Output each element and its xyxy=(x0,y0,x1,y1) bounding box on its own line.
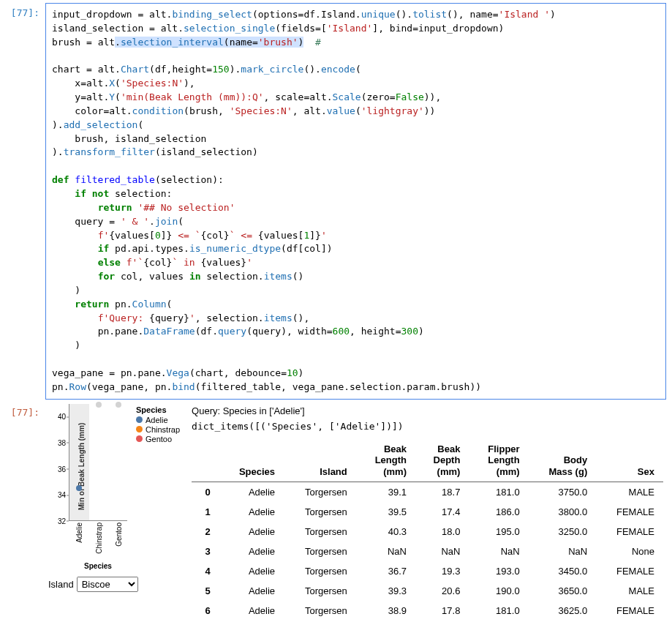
brush-selection[interactable] xyxy=(69,404,89,520)
column-header: BeakDepth(mm) xyxy=(415,439,469,482)
y-tick: 32 xyxy=(58,517,66,525)
column-header: Sex xyxy=(596,439,663,482)
table-cell: 181.0 xyxy=(469,601,528,621)
table-cell: Adelie xyxy=(219,522,284,542)
y-tick: 40 xyxy=(58,413,66,421)
table-cell: 39.5 xyxy=(356,502,415,522)
table-cell: 3 xyxy=(192,542,219,561)
table-cell: Torgersen xyxy=(284,601,356,621)
table-cell: Adelie xyxy=(219,482,284,503)
table-cell: FEMALE xyxy=(596,522,663,542)
table-cell: 18.7 xyxy=(415,482,469,503)
table-cell: 19.3 xyxy=(415,561,469,581)
table-cell: 195.0 xyxy=(469,522,528,542)
legend: Species AdelieChinstrapGentoo xyxy=(136,405,180,444)
table-cell: NaN xyxy=(356,542,415,561)
table-cell: 2 xyxy=(192,522,219,542)
table-cell: FEMALE xyxy=(596,502,663,522)
table-cell: Torgersen xyxy=(284,581,356,601)
island-selector: Island BiscoeDreamTorgersen xyxy=(48,577,180,592)
x-tick: Chinstrap xyxy=(95,522,103,554)
table-header-row: SpeciesIslandBeakLength(mm)BeakDepth(mm)… xyxy=(192,439,663,482)
x-tick: Adelie xyxy=(75,522,83,543)
table-cell: 190.0 xyxy=(469,581,528,601)
output-prompt: [77]: xyxy=(6,402,45,623)
table-cell: Adelie xyxy=(219,502,284,522)
mini-scatter-chart[interactable]: Min of Beak Length (mm) 3234363840 Adeli… xyxy=(48,404,129,572)
notebook: [77]: input_dropdown = alt.binding_selec… xyxy=(0,0,672,628)
table-cell: 1 xyxy=(192,502,219,522)
table-cell: 39.3 xyxy=(356,581,415,601)
table-cell: Adelie xyxy=(219,581,284,601)
table-cell: FEMALE xyxy=(596,561,663,581)
input-cell: [77]: input_dropdown = alt.binding_selec… xyxy=(6,3,666,400)
x-tick: Gentoo xyxy=(115,522,123,547)
legend-label: Gentoo xyxy=(146,435,172,443)
table-cell: NaN xyxy=(415,542,469,561)
table-cell: Torgersen xyxy=(284,502,356,522)
code-editor[interactable]: input_dropdown = alt.binding_select(opti… xyxy=(45,3,666,400)
table-cell: 6 xyxy=(192,601,219,621)
data-point[interactable] xyxy=(96,402,102,408)
legend-title: Species xyxy=(136,405,180,414)
result-column: Query: Species in ['Adelie'] dict_items(… xyxy=(192,404,663,621)
y-ticks: 3234363840 xyxy=(48,404,67,521)
legend-label: Chinstrap xyxy=(146,425,180,434)
column-header: Species xyxy=(219,439,284,482)
table-cell: 36.7 xyxy=(356,561,415,581)
column-header: BodyMass (g) xyxy=(529,439,597,482)
table-row: 4AdelieTorgersen36.719.3193.03450.0FEMAL… xyxy=(192,561,663,581)
legend-item[interactable]: Adelie xyxy=(136,416,180,424)
table-cell: 5 xyxy=(192,581,219,601)
legend-item[interactable]: Gentoo xyxy=(136,435,180,443)
y-tick: 38 xyxy=(58,438,66,446)
table-cell: MALE xyxy=(596,581,663,601)
table-cell: 193.0 xyxy=(469,561,528,581)
legend-swatch xyxy=(136,426,143,432)
table-cell: 0 xyxy=(192,482,219,503)
table-cell: 3650.0 xyxy=(529,581,597,601)
table-cell: 3750.0 xyxy=(529,482,597,503)
table-cell: Torgersen xyxy=(284,482,356,503)
table-cell: NaN xyxy=(529,542,597,561)
table-row: 2AdelieTorgersen40.318.0195.03250.0FEMAL… xyxy=(192,522,663,542)
y-tick: 34 xyxy=(58,491,66,499)
data-point[interactable] xyxy=(76,485,82,491)
table-cell: 3450.0 xyxy=(529,561,597,581)
y-tick: 36 xyxy=(58,465,66,473)
input-prompt: [77]: xyxy=(6,3,45,400)
table-cell: Torgersen xyxy=(284,561,356,581)
table-row: 1AdelieTorgersen39.517.4186.03800.0FEMAL… xyxy=(192,502,663,522)
chart-block: Min of Beak Length (mm) 3234363840 Adeli… xyxy=(48,404,180,592)
plot-area[interactable] xyxy=(69,404,127,521)
table-cell: MALE xyxy=(596,482,663,503)
table-row: 0AdelieTorgersen39.118.7181.03750.0MALE xyxy=(192,482,663,503)
table-row: 5AdelieTorgersen39.320.6190.03650.0MALE xyxy=(192,581,663,601)
table-cell: 20.6 xyxy=(415,581,469,601)
legend-label: Adelie xyxy=(146,416,168,424)
table-cell: Adelie xyxy=(219,601,284,621)
table-cell: 181.0 xyxy=(469,482,528,503)
table-cell: 38.9 xyxy=(356,601,415,621)
x-ticks: AdelieChinstrapGentoo xyxy=(69,522,127,559)
table-cell: 3800.0 xyxy=(529,502,597,522)
query-text: Query: Species in ['Adelie'] xyxy=(192,405,663,416)
column-header xyxy=(192,439,219,482)
table-cell: None xyxy=(596,542,663,561)
column-header: BeakLength(mm) xyxy=(356,439,415,482)
table-cell: FEMALE xyxy=(596,601,663,621)
table-cell: 3250.0 xyxy=(529,522,597,542)
legend-swatch xyxy=(136,416,143,423)
island-label: Island xyxy=(48,579,74,590)
island-select[interactable]: BiscoeDreamTorgersen xyxy=(77,577,138,592)
dataframe-table: SpeciesIslandBeakLength(mm)BeakDepth(mm)… xyxy=(192,439,663,621)
table-cell: Torgersen xyxy=(284,542,356,561)
column-header: Island xyxy=(284,439,356,482)
data-point[interactable] xyxy=(116,402,121,408)
x-axis-label: Species xyxy=(69,562,127,570)
legend-item[interactable]: Chinstrap xyxy=(136,425,180,434)
legend-swatch xyxy=(136,435,143,442)
table-cell: 18.0 xyxy=(415,522,469,542)
table-cell: 3625.0 xyxy=(529,601,597,621)
table-row: 6AdelieTorgersen38.917.8181.03625.0FEMAL… xyxy=(192,601,663,621)
